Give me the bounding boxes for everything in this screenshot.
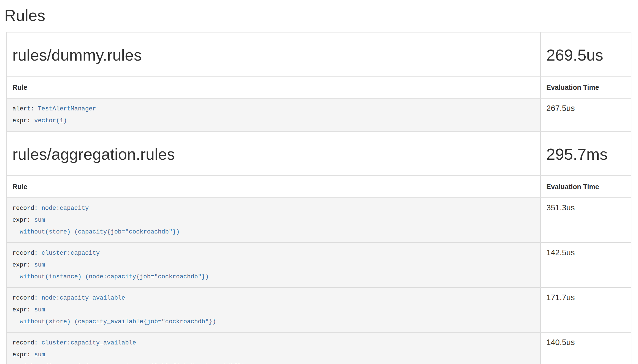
rule-row: record: cluster:capacity expr: sum witho… (7, 243, 631, 287)
rule-expr-link[interactable]: node:capacity (42, 205, 89, 212)
rule-expr-link[interactable]: without(store) (capacity{job="cockroachd… (12, 229, 180, 235)
rule-eval-time: 140.5us (540, 332, 631, 364)
rule-expr-link[interactable]: sum (34, 217, 45, 224)
rule-row: alert: TestAlertManager expr: vector(1) … (7, 98, 631, 131)
rule-col-header: Rule (7, 176, 540, 198)
rule-expr-link[interactable]: TestAlertManager (38, 105, 96, 112)
rule-eval-time: 351.3us (540, 198, 631, 243)
rules-table: rules/dummy.rules 269.5us Rule Evaluatio… (6, 32, 631, 364)
column-header-row: Rule Evaluation Time (7, 76, 631, 98)
rule-expr-link[interactable]: without(instance) (node:capacity{job="co… (12, 273, 209, 280)
rule-cell: record: node:capacity_available expr: su… (7, 287, 540, 332)
rule-expr-link[interactable]: cluster:capacity_available (42, 339, 136, 346)
time-col-header: Evaluation Time (540, 176, 631, 198)
group-eval-time: 269.5us (540, 32, 631, 77)
time-col-header: Evaluation Time (540, 76, 631, 98)
rule-cell: alert: TestAlertManager expr: vector(1) (7, 98, 540, 131)
rule-eval-time: 267.5us (540, 98, 631, 131)
rules-table-body: rules/dummy.rules 269.5us Rule Evaluatio… (7, 32, 631, 364)
group-eval-time: 295.7ms (540, 131, 631, 176)
group-file: rules/aggregation.rules (7, 131, 540, 176)
rule-expr-link[interactable]: sum (34, 351, 45, 358)
rule-cell: record: cluster:capacity_available expr:… (7, 332, 540, 364)
rule-eval-time: 142.5us (540, 243, 631, 287)
rule-expr-link[interactable]: without(store) (capacity_available{job="… (12, 318, 216, 325)
rule-row: record: cluster:capacity_available expr:… (7, 332, 631, 364)
rule-expr-link[interactable]: sum (34, 306, 45, 313)
rule-expr-link[interactable]: vector(1) (34, 117, 67, 124)
group-header-row: rules/dummy.rules 269.5us (7, 32, 631, 77)
rule-expr-link[interactable]: cluster:capacity (42, 250, 100, 257)
rule-expr-link[interactable]: sum (34, 262, 45, 268)
rule-expr-link[interactable]: node:capacity_available (42, 295, 125, 301)
group-header-row: rules/aggregation.rules 295.7ms (7, 131, 631, 176)
page-container: Rules rules/dummy.rules 269.5us Rule Eva… (0, 7, 638, 364)
rule-cell: record: node:capacity expr: sum without(… (7, 198, 540, 243)
rule-row: record: node:capacity expr: sum without(… (7, 198, 631, 243)
rule-col-header: Rule (7, 76, 540, 98)
column-header-row: Rule Evaluation Time (7, 176, 631, 198)
rule-eval-time: 171.7us (540, 287, 631, 332)
rule-row: record: node:capacity_available expr: su… (7, 287, 631, 332)
page-title: Rules (4, 7, 631, 24)
group-file: rules/dummy.rules (7, 32, 540, 77)
rule-cell: record: cluster:capacity expr: sum witho… (7, 243, 540, 287)
